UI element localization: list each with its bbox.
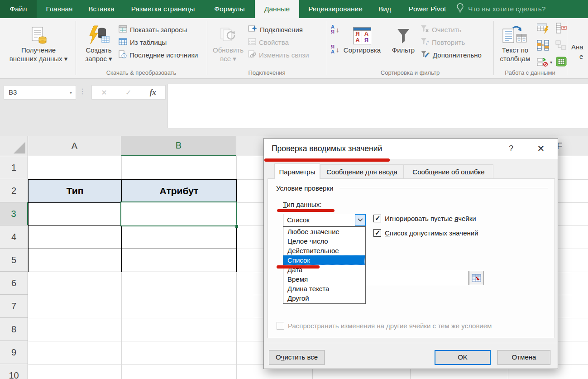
row-header-1[interactable]: 1 bbox=[0, 156, 28, 179]
connections-button[interactable]: Подключения bbox=[248, 24, 303, 35]
text-to-columns-button[interactable]: Текст по столбцам bbox=[495, 23, 535, 63]
show-queries-icon bbox=[119, 25, 127, 34]
tell-me-box[interactable]: Что вы хотите сделать? bbox=[456, 0, 545, 18]
fill-handle[interactable] bbox=[235, 225, 239, 228]
refresh-all-button[interactable]: Обновить все ▾ bbox=[210, 23, 246, 63]
tab-home[interactable]: Главная bbox=[38, 0, 80, 18]
dialog-tab-error-alert[interactable]: Сообщение об ошибке bbox=[404, 164, 493, 179]
clear-filter-button[interactable]: Очистить bbox=[420, 24, 461, 35]
list-item-selected[interactable]: Список bbox=[283, 255, 365, 265]
row-header-3[interactable]: 3 bbox=[0, 202, 28, 225]
tab-formulas[interactable]: Формулы bbox=[205, 0, 254, 18]
manage-data-model-button[interactable] bbox=[556, 56, 568, 70]
checkbox-checked-icon[interactable]: ✓ bbox=[373, 229, 381, 237]
recent-sources-button[interactable]: Последние источники bbox=[119, 49, 198, 61]
relationships-button[interactable] bbox=[555, 40, 567, 53]
tab-page-layout[interactable]: Разметка страницы bbox=[122, 0, 204, 18]
consolidate-button[interactable] bbox=[537, 40, 550, 53]
dialog-tab-settings[interactable]: Параметры bbox=[274, 163, 320, 179]
list-item[interactable]: Время bbox=[283, 274, 365, 284]
row-header-7[interactable]: 7 bbox=[0, 295, 28, 318]
from-table-button[interactable]: Из таблицы bbox=[119, 36, 167, 48]
flash-fill-button[interactable] bbox=[537, 23, 550, 35]
select-all-corner[interactable] bbox=[0, 136, 28, 156]
sort-za-button[interactable]: ЯА ↓ bbox=[331, 44, 339, 54]
tab-file[interactable]: Файл bbox=[0, 0, 37, 18]
list-item[interactable]: Другой bbox=[283, 293, 365, 303]
name-box[interactable]: B3 ▾ bbox=[4, 85, 76, 100]
row-header-5[interactable]: 5 bbox=[0, 249, 28, 272]
sort-button[interactable]: Я А А Я Сортировка bbox=[339, 23, 386, 54]
cell-a4[interactable] bbox=[28, 225, 122, 249]
dialog-title-bar[interactable]: Проверка вводимых значений ? ✕ bbox=[264, 139, 558, 159]
tab-insert[interactable]: Вставка bbox=[81, 0, 121, 18]
list-item[interactable]: Длина текста bbox=[283, 284, 365, 293]
dialog-tab-input-message[interactable]: Сообщение для ввода bbox=[320, 164, 404, 179]
cell-a3[interactable] bbox=[28, 202, 122, 226]
row-header-6[interactable]: 6 bbox=[0, 272, 28, 295]
row-header-10[interactable]: 10 bbox=[0, 364, 28, 379]
in-cell-dropdown-checkbox[interactable]: ✓ Список допустимых значений bbox=[373, 229, 478, 237]
ribbon-divider bbox=[327, 21, 327, 75]
cell-a5[interactable] bbox=[28, 249, 122, 272]
remove-duplicates-button[interactable] bbox=[555, 23, 567, 35]
row-header-9[interactable]: 9 bbox=[0, 341, 28, 364]
formula-input[interactable] bbox=[167, 84, 588, 128]
show-queries-button[interactable]: Показать запросы bbox=[119, 24, 187, 35]
cell-b2[interactable]: Атрибут bbox=[121, 179, 237, 203]
list-item[interactable]: Действительное bbox=[283, 246, 365, 255]
new-query-button[interactable]: Создать запрос ▾ bbox=[80, 23, 118, 63]
tab-review[interactable]: Рецензирование bbox=[300, 0, 371, 18]
row-header-8[interactable]: 8 bbox=[0, 318, 28, 341]
tab-power-pivot[interactable]: Power Pivot bbox=[399, 0, 455, 18]
cancel-button[interactable]: Отмена bbox=[497, 350, 550, 365]
get-external-data-button[interactable]: Получение внешних данных ▾ bbox=[5, 23, 72, 63]
filter-button[interactable]: Фильтр bbox=[387, 23, 419, 54]
text-to-columns-icon bbox=[502, 23, 528, 44]
get-external-line2: внешних данных ▾ bbox=[10, 54, 68, 63]
reapply-filter-label: Повторить bbox=[432, 38, 465, 46]
selected-cell-b3[interactable] bbox=[120, 201, 237, 226]
insert-function-icon[interactable]: fx bbox=[150, 88, 156, 97]
text-to-columns-line2: столбцам bbox=[500, 54, 531, 63]
ribbon-divider bbox=[493, 21, 494, 75]
cell-a2[interactable]: Тип bbox=[28, 179, 122, 203]
list-item[interactable]: Целое число bbox=[283, 236, 365, 246]
range-selector-button[interactable] bbox=[469, 271, 484, 285]
data-validation-icon bbox=[537, 57, 549, 67]
cell-b5[interactable] bbox=[121, 249, 237, 272]
tab-data[interactable]: Данные bbox=[255, 0, 299, 18]
clear-all-button[interactable]: Очистить все bbox=[269, 350, 325, 365]
data-validation-button[interactable]: ▾ bbox=[537, 57, 552, 67]
row-header-2[interactable]: 2 bbox=[0, 179, 28, 202]
combobox-dropdown-button[interactable] bbox=[355, 214, 366, 226]
text-to-columns-line1: Текст по bbox=[502, 46, 528, 54]
reapply-filter-button[interactable]: Повторить bbox=[420, 36, 465, 48]
whatif-analysis-button[interactable]: Ана bbox=[571, 43, 583, 51]
cell-b4[interactable] bbox=[121, 225, 237, 249]
properties-button[interactable]: Свойства bbox=[248, 36, 289, 48]
column-header-b[interactable]: B bbox=[121, 136, 236, 156]
row-header-4[interactable]: 4 bbox=[0, 225, 28, 249]
edit-links-label: Изменить связи bbox=[259, 51, 309, 59]
sort-az-button[interactable]: АЯ ↓ bbox=[331, 24, 339, 34]
column-header-a[interactable]: A bbox=[28, 136, 121, 156]
tab-view[interactable]: Вид bbox=[371, 0, 398, 18]
relationships-icon bbox=[555, 40, 567, 51]
checkbox-checked-icon[interactable]: ✓ bbox=[373, 215, 381, 222]
dialog-close-icon[interactable]: ✕ bbox=[534, 142, 548, 155]
list-item[interactable]: Любое значение bbox=[283, 227, 365, 236]
edit-links-button[interactable]: Изменить связи bbox=[248, 49, 309, 61]
ignore-blank-checkbox[interactable]: ✓ Игнорировать пустые ячейки bbox=[373, 215, 476, 223]
advanced-filter-button[interactable]: Дополнительно bbox=[420, 49, 482, 61]
refresh-all-line1: Обновить bbox=[213, 46, 244, 54]
ok-button[interactable]: OK bbox=[435, 350, 491, 365]
sort-label: Сортировка bbox=[344, 46, 381, 54]
get-external-line1: Получение bbox=[21, 46, 56, 54]
data-type-combobox[interactable]: Список bbox=[283, 214, 366, 226]
dialog-help-button[interactable]: ? bbox=[505, 143, 517, 154]
name-box-dropdown-icon[interactable]: ▾ bbox=[70, 86, 72, 100]
groupbox-line bbox=[339, 188, 548, 188]
enter-entry-icon[interactable]: ✓ bbox=[125, 88, 131, 97]
cancel-entry-icon[interactable]: ✕ bbox=[101, 88, 107, 97]
